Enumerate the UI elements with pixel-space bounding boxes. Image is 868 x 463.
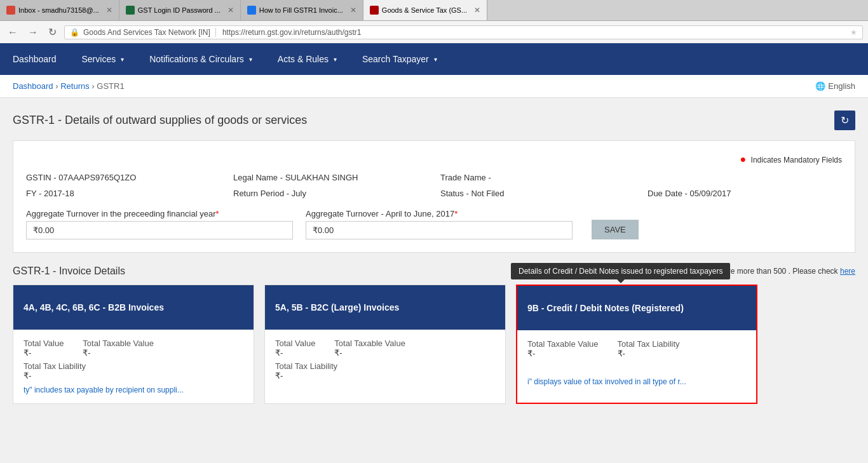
aggregate2-input[interactable] <box>306 221 573 239</box>
fy-field: FY - 2017-18 <box>26 189 220 198</box>
card-b2c: 5A, 5B - B2C (Large) Invoices Total Valu… <box>264 285 506 404</box>
save-group: SAVE <box>585 207 639 239</box>
url-box[interactable]: 🔒 Goods And Services Tax Network [IN] ht… <box>64 25 863 39</box>
card-b2b-tv-label: Total Value <box>24 339 64 348</box>
site-name: Goods And Services Tax Network [IN] <box>83 28 216 37</box>
tooltip: Details of Credit / Debit Notes issued t… <box>511 263 730 279</box>
empty-field <box>648 173 842 182</box>
card-b2b-ttv-value: ₹- <box>83 348 154 358</box>
language-label: English <box>828 81 855 91</box>
services-dropdown-arrow: ▾ <box>121 56 124 63</box>
card-credit-debit: Details of Credit / Debit Notes issued t… <box>516 285 757 404</box>
nav-notifications[interactable]: Notifications & Circulars ▾ <box>137 43 265 75</box>
nav-acts[interactable]: Acts & Rules ▾ <box>265 43 349 75</box>
globe-icon: 🌐 <box>815 81 825 91</box>
card-b2b-tax-row: Total Tax Liability ₹- <box>24 361 243 380</box>
card-cd-ttv-value: ₹- <box>527 349 599 358</box>
tab-gst-main[interactable]: Goods & Service Tax (GS... ✕ <box>363 0 487 20</box>
tab-howto[interactable]: How to Fill GSTR1 Invoic... ✕ <box>241 0 363 20</box>
legal-name-field: Legal Name - SULAKHAN SINGH <box>233 173 428 182</box>
card-b2c-tv-value: ₹- <box>275 348 315 358</box>
required-star2: * <box>454 209 458 218</box>
info-panel: ● Indicates Mandatory Fields GSTIN - 07A… <box>13 140 855 253</box>
aggregate1-input[interactable] <box>26 221 293 239</box>
gmail-icon <box>6 6 15 15</box>
card-b2c-tax-value: ₹- <box>275 371 495 380</box>
card-b2b-ttv-label: Total Taxable Value <box>83 339 154 348</box>
save-button[interactable]: SAVE <box>592 220 639 239</box>
nav-acts-label: Acts & Rules <box>278 54 329 64</box>
cards-row: 4A, 4B, 4C, 6B, 6C - B2B Invoices Total … <box>13 285 855 404</box>
card-b2b: 4A, 4B, 4C, 6B, 6C - B2B Invoices Total … <box>13 285 254 404</box>
breadcrumb-gstr1: GSTR1 <box>97 81 124 91</box>
search-taxpayer-dropdown-arrow: ▾ <box>434 56 437 63</box>
reload-button[interactable]: ↻ <box>46 25 59 39</box>
card-b2b-values-row: Total Value ₹- Total Taxable Value ₹- <box>24 339 243 358</box>
card-cd-footer-text: i" displays value of tax involved in all… <box>527 377 746 386</box>
tab-gst-login-label: GST Login ID Password ... <box>138 6 220 14</box>
card-credit-debit-values-row: Total Taxable Value ₹- Total Tax Liabili… <box>527 339 746 358</box>
card-b2b-header: 4A, 4B, 4C, 6B, 6C - B2B Invoices <box>13 285 254 330</box>
nav-bar: Dashboard Services ▾ Notifications & Cir… <box>0 43 868 75</box>
card-b2b-tax-label: Total Tax Liability <box>24 361 243 371</box>
tab-gmail-close[interactable]: ✕ <box>106 6 112 15</box>
mandatory-dot: ● <box>740 154 747 164</box>
refresh-button[interactable]: ↻ <box>834 111 855 130</box>
card-b2c-header: 5A, 5B - B2C (Large) Invoices <box>265 285 505 330</box>
tab-gmail-label: Inbox - smadhu73158@... <box>18 6 99 14</box>
page-title-row: GSTR-1 - Details of outward supplies of … <box>13 111 855 130</box>
status-field: Status - Not Filed <box>440 189 635 198</box>
aggregate1-group: Aggregate Turnover in the preceeding fin… <box>26 209 293 239</box>
lock-icon: 🔒 <box>70 28 79 37</box>
card-b2c-body: Total Value ₹- Total Taxable Value ₹- To… <box>265 330 505 389</box>
card-b2c-tv-label: Total Value <box>275 339 315 348</box>
card-b2c-values-row: Total Value ₹- Total Taxable Value ₹- <box>275 339 495 358</box>
howto-icon <box>247 6 256 15</box>
tab-gmail[interactable]: Inbox - smadhu73158@... ✕ <box>0 0 119 20</box>
card-b2c-tax-label: Total Tax Liability <box>275 361 495 371</box>
breadcrumb-bar: Dashboard › Returns › GSTR1 🌐 English <box>0 75 868 98</box>
breadcrumb-returns[interactable]: Returns <box>60 81 90 91</box>
url-text: https://return.gst.gov.in/returns/auth/g… <box>222 28 362 37</box>
card-cd-ttv-label: Total Taxable Value <box>527 339 599 349</box>
breadcrumb: Dashboard › Returns › GSTR1 <box>13 81 125 91</box>
aggregate1-label: Aggregate Turnover in the preceeding fin… <box>26 209 293 218</box>
bookmark-icon[interactable]: ★ <box>850 28 857 37</box>
forward-button[interactable]: → <box>25 25 41 39</box>
card-b2c-ttv-value: ₹- <box>334 348 405 358</box>
acts-dropdown-arrow: ▾ <box>334 56 337 63</box>
card-cd-tax-value: ₹- <box>618 349 680 358</box>
card-credit-debit-header: 9B - Credit / Debit Notes (Registered) <box>517 286 756 330</box>
due-date-field: Due Date - 05/09/2017 <box>648 189 842 198</box>
card-credit-debit-body: Total Taxable Value ₹- Total Tax Liabili… <box>517 330 756 395</box>
invoice-section-title: GSTR-1 - Invoice Details <box>13 265 125 277</box>
nav-dashboard-label: Dashboard <box>13 54 57 64</box>
back-button[interactable]: ← <box>5 25 20 39</box>
tab-gst-login-close[interactable]: ✕ <box>227 6 234 15</box>
breadcrumb-dashboard[interactable]: Dashboard <box>13 81 53 91</box>
nav-search-taxpayer[interactable]: Search Taxpayer ▾ <box>349 43 450 75</box>
card-b2b-body: Total Value ₹- Total Taxable Value ₹- To… <box>13 330 254 403</box>
nav-notifications-label: Notifications & Circulars <box>149 54 244 64</box>
card-b2c-ttv-label: Total Taxable Value <box>334 339 405 348</box>
tab-bar: Inbox - smadhu73158@... ✕ GST Login ID P… <box>0 0 868 20</box>
tab-howto-label: How to Fill GSTR1 Invoic... <box>259 6 343 14</box>
language-selector[interactable]: 🌐 English <box>815 81 855 91</box>
browser-chrome: Inbox - smadhu73158@... ✕ GST Login ID P… <box>0 0 868 43</box>
notice-link[interactable]: here <box>840 267 855 276</box>
card-cd-tax-label: Total Tax Liability <box>618 339 680 349</box>
card-credit-debit-footer: i" displays value of tax involved in all… <box>527 377 746 386</box>
card-b2b-tv-value: ₹- <box>24 348 64 358</box>
nav-dashboard[interactable]: Dashboard <box>0 43 69 75</box>
nav-search-taxpayer-label: Search Taxpayer <box>362 54 429 64</box>
aggregate2-label: Aggregate Turnover - April to June, 2017… <box>306 209 573 218</box>
aggregate2-group: Aggregate Turnover - April to June, 2017… <box>306 209 573 239</box>
tab-gst-login[interactable]: GST Login ID Password ... ✕ <box>119 0 241 20</box>
nav-services[interactable]: Services ▾ <box>69 43 137 75</box>
mandatory-note: ● Indicates Mandatory Fields <box>26 154 842 165</box>
tab-gst-main-close[interactable]: ✕ <box>474 6 480 15</box>
gstin-field: GSTIN - 07AAAPS9765Q1ZO <box>26 173 220 182</box>
card-b2c-tax-row: Total Tax Liability ₹- <box>275 361 495 380</box>
tab-howto-close[interactable]: ✕ <box>350 6 356 15</box>
notifications-dropdown-arrow: ▾ <box>249 56 252 63</box>
